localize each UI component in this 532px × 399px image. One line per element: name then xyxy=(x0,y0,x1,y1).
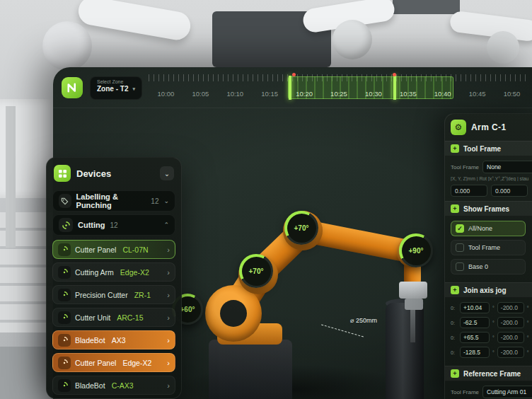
joint-angle-value: +70° xyxy=(242,257,271,286)
tool-frame-body: Tool Frame None ▾ [X, Y, Z]mm | Rot [x°,… xyxy=(445,156,532,201)
blade-icon xyxy=(58,357,71,369)
reference-frame-select[interactable]: Cutting Arm 01 ▾ xyxy=(482,386,532,398)
axis-value-input[interactable]: +10.04 xyxy=(460,302,490,313)
section-header-show-frames[interactable]: + Show Frames xyxy=(445,201,532,216)
end-effector-tool xyxy=(399,282,427,299)
device-name: Cutter Unit xyxy=(75,313,110,322)
device-item-cutter-unit-arc-15[interactable]: Cutter Unit ARC-15 › xyxy=(52,308,175,327)
axis-limit-input[interactable]: -200.0 xyxy=(497,332,524,343)
device-item-cutter-panel-cl-07n[interactable]: Cutter Panel CL-07N › xyxy=(52,240,175,259)
coordinate-input[interactable]: 0.000 xyxy=(491,185,528,197)
time-label: 10:15 xyxy=(253,90,287,98)
chevron-right-icon: › xyxy=(167,291,170,299)
chevron-right-icon: › xyxy=(167,268,170,277)
axis-limit-input[interactable]: -200.0 xyxy=(497,347,524,358)
checkbox-icon[interactable]: ✓ xyxy=(456,224,464,233)
plus-icon: + xyxy=(451,204,459,213)
axis-value-input[interactable]: -128.5 xyxy=(460,347,490,358)
diameter-annotation-text: ⌀ 250mm xyxy=(350,317,377,324)
section-header-reference-frame[interactable]: + Reference Frame xyxy=(445,366,532,381)
blade-icon xyxy=(58,311,71,324)
device-item-precision-cutter-zr-1[interactable]: Precision Cutter ZR-1 › xyxy=(52,285,175,304)
section-title: Tool Frame xyxy=(463,145,501,153)
blade-icon xyxy=(58,289,71,301)
checkbox-row-tool-frame[interactable]: Tool Frame xyxy=(451,240,526,255)
drill-bit xyxy=(410,310,415,342)
event-dot xyxy=(393,73,396,76)
blade-icon xyxy=(58,379,71,392)
tag-icon xyxy=(59,194,71,208)
axis-value-input[interactable]: -62.5 xyxy=(460,317,490,328)
checkbox-label: Tool Frame xyxy=(468,244,500,251)
time-label: 10:10 xyxy=(218,90,253,98)
timeline[interactable]: 10:00 10:05 10:10 10:15 10:20 10:25 10:3… xyxy=(149,73,529,105)
device-model: AX3 xyxy=(112,336,126,345)
collapse-panel-button[interactable]: ⌄ xyxy=(160,166,174,180)
plus-icon: + xyxy=(451,286,459,294)
tool-frame-hint: [X, Y, Z]mm | Rot [x°,Y°,Z°]deg | stau xyxy=(451,176,532,181)
zone-selector[interactable]: Select Zone Zone - T2 ▾ xyxy=(90,76,142,100)
device-item-cutter-panel-edge-x2[interactable]: Cutter Panel Edge-X2 › xyxy=(52,353,175,372)
time-label: 10:35 xyxy=(391,90,425,98)
coordinate-input[interactable]: 0.000 xyxy=(451,185,487,197)
app-logo[interactable] xyxy=(62,77,83,98)
degree-unit: ° xyxy=(527,320,529,325)
device-name: Cutter Panel xyxy=(75,245,116,254)
device-item-bladebot-c-ax3[interactable]: BladeBot C-AX3 › xyxy=(52,376,175,395)
axis-limit-input[interactable]: -200.0 xyxy=(497,317,524,328)
arm-control-panel: ⚙ Arm C-1 + Tool Frame Tool Frame None ▾… xyxy=(444,113,532,399)
device-group-cutting[interactable]: Cutting 12 ⌃ xyxy=(52,214,175,236)
jog-axis-row: 0: -128.5 ° -200.0 ° xyxy=(451,347,532,358)
time-label: 10:50 xyxy=(495,90,529,98)
plus-icon: + xyxy=(451,144,459,153)
jog-axis-row: 0: +10.04 ° -200.0 ° xyxy=(451,302,532,313)
arm-panel-header: ⚙ Arm C-1 xyxy=(445,114,532,141)
device-item-cutting-arm-edge-x2[interactable]: Cutting Arm Edge-X2 › xyxy=(52,262,175,282)
caret-down-icon: ▾ xyxy=(132,86,135,92)
device-group-labelling-punching[interactable]: Labelling & Punching 12 ⌄ xyxy=(52,190,175,212)
checkbox-icon[interactable] xyxy=(456,243,464,252)
joint-angle-badge[interactable]: +70° xyxy=(239,254,273,288)
device-item-bladebot-ax3[interactable]: BladeBot AX3 › xyxy=(52,330,175,349)
reference-frame-select-value: Cutting Arm 01 xyxy=(487,388,526,395)
gear-icon: ⚙ xyxy=(451,120,466,135)
device-model: ARC-15 xyxy=(117,313,143,322)
section-title: Join axis jog xyxy=(463,287,507,294)
section-header-tool-frame[interactable]: + Tool Frame xyxy=(445,141,532,156)
zone-selector-value: Zone - T2 xyxy=(97,85,128,93)
degree-unit: ° xyxy=(527,350,529,355)
joint-angle-value: +70° xyxy=(287,214,316,243)
jog-body: 0: +10.04 ° -200.0 ° 0: -62.5 ° -200.0 °… xyxy=(445,298,532,366)
blade-icon xyxy=(58,334,71,347)
tool-frame-select-value: None xyxy=(487,163,501,170)
device-name: Precision Cutter xyxy=(75,291,128,299)
plus-icon: + xyxy=(451,369,459,378)
degree-unit: ° xyxy=(492,335,495,340)
axis-index: 0: xyxy=(451,320,457,325)
devices-header: Devices ⌄ xyxy=(47,158,181,187)
joint-angle-badge[interactable]: +90° xyxy=(399,233,433,267)
checkbox-icon[interactable] xyxy=(456,262,464,271)
axis-limit-input[interactable]: -200.0 xyxy=(497,302,524,313)
diameter-annotation: ⌀ 250mm xyxy=(350,317,377,324)
photo-shape xyxy=(42,21,92,71)
axis-value-input[interactable]: +65.5 xyxy=(460,332,490,343)
device-model: C-AX3 xyxy=(112,381,134,390)
show-frames-body: ✓ All/None Tool Frame Base 0 xyxy=(445,216,532,282)
section-header-join-axis-jog[interactable]: + Join axis jog xyxy=(445,282,532,298)
checkbox-row-base-0[interactable]: Base 0 xyxy=(451,259,526,274)
device-model: Edge-X2 xyxy=(122,359,151,367)
devices-panel: Devices ⌄ Labelling & Punching 12 ⌄ Cutt… xyxy=(46,157,182,399)
end-effector-tool xyxy=(405,299,423,310)
photo-shape xyxy=(487,31,519,64)
reference-frame-body: Tool Frame Cutting Arm 01 ▾ [X, Y, Z]mm … xyxy=(445,381,532,399)
degree-unit: ° xyxy=(527,306,529,311)
device-model: Edge-X2 xyxy=(120,268,149,277)
checkbox-row-all-none[interactable]: ✓ All/None xyxy=(451,221,526,236)
tool-frame-select[interactable]: None ▾ xyxy=(482,161,532,173)
section-title: Show Frames xyxy=(463,205,509,213)
chevron-right-icon: › xyxy=(167,336,170,345)
device-model: CL-07N xyxy=(122,245,148,254)
joint-angle-badge[interactable]: +70° xyxy=(284,211,318,245)
degree-unit: ° xyxy=(492,306,495,311)
